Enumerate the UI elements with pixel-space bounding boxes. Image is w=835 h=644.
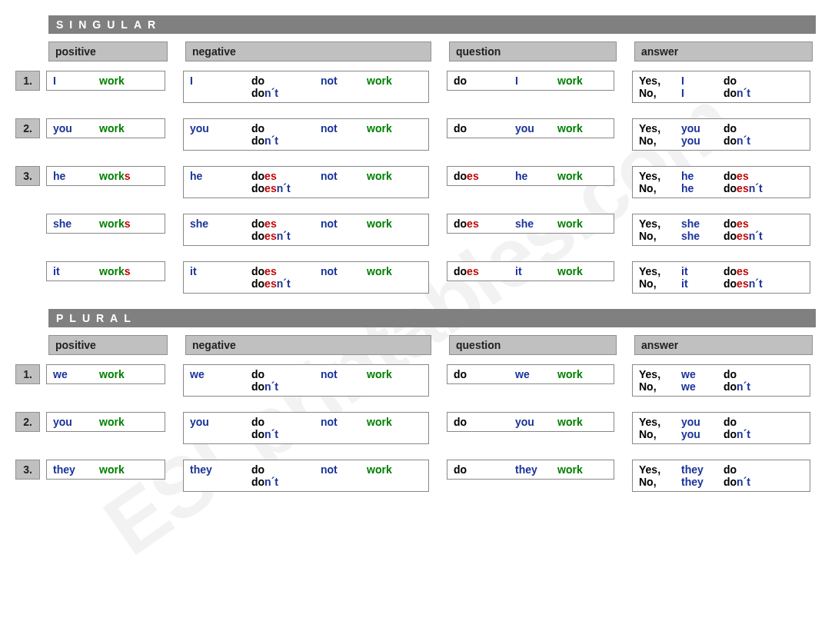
cell-answer: Yes,IdoNo,Idon´t [632,71,810,103]
row-number: 1. [15,71,40,91]
cell-positive: theywork [46,460,165,480]
row-number: 2. [15,412,40,432]
auxiliary: do [251,122,321,134]
auxiliary: do [251,463,321,476]
not: not [321,463,367,476]
column-header-question: question [449,41,617,61]
pronoun: I [681,75,724,87]
verb: work [99,463,125,476]
verb: work [99,368,125,380]
cell-question: dowework [447,364,614,384]
pronoun: he [681,182,724,194]
verb: work [367,368,392,380]
column-headers: positivenegativequestionanswer [46,335,820,355]
cell-positive: youwork [46,118,165,138]
no-label: No, [639,428,681,440]
yes-aux: does [724,265,749,277]
cell-answer: Yes,wedoNo,wedon´t [632,364,810,397]
column-header-question: question [449,335,617,355]
cell-answer: Yes,hedoesNo,hedoesn´t [632,166,810,198]
no-label: No, [639,87,681,99]
no-label: No, [639,476,681,488]
no-label: No, [639,380,681,393]
pronoun: she [515,217,557,230]
column-header-negative: negative [185,41,431,61]
not: not [321,217,367,230]
yes-label: Yes, [639,122,681,134]
pronoun: she [681,230,724,242]
contraction: doesn´t [251,277,321,290]
not: not [321,265,367,277]
no-aux: don´t [724,134,750,147]
no-aux: don´t [724,87,750,99]
verb: work [557,75,583,87]
verb: works [99,170,130,182]
auxiliary: do [454,463,515,476]
column-header-answer: answer [634,41,813,61]
column-header-positive: positive [48,41,168,61]
yes-aux: does [724,170,749,182]
pronoun: we [190,368,251,380]
contraction: doesn´t [251,182,321,194]
auxiliary: do [251,75,321,87]
pronoun: you [681,122,724,134]
grammar-row: 2.youworkyoudonotworkdon´tdoyouworkYes,y… [15,118,820,151]
yes-label: Yes, [639,416,681,428]
verb: work [557,368,583,380]
cell-question: doyouwork [447,118,614,138]
pronoun: she [681,217,724,230]
pronoun: you [190,122,251,134]
cell-question: doeshework [447,166,614,186]
grammar-row: 1.weworkwedonotworkdon´tdoweworkYes,wedo… [15,364,820,397]
not: not [321,75,367,87]
verb: work [99,75,125,87]
verb: work [557,122,583,134]
pronoun: you [681,428,724,440]
no-label: No, [639,230,681,242]
section-title: SINGULAR [48,15,816,34]
column-header-answer: answer [634,335,813,355]
grammar-row: itworksitdoesnotworkdoesn´tdoesitworkYes… [15,261,820,294]
yes-label: Yes, [639,217,681,230]
pronoun: you [53,122,99,134]
cell-positive: wework [46,364,165,384]
pronoun: it [681,265,724,277]
row-number [15,214,40,234]
contraction: don´t [251,87,321,99]
pronoun: we [681,368,724,380]
yes-aux: do [724,75,737,87]
yes-label: Yes, [639,265,681,277]
cell-negative: youdonotworkdon´t [183,118,429,151]
not: not [321,416,367,428]
row-number: 3. [15,166,40,186]
verb: work [367,217,392,230]
verb: work [367,463,392,476]
pronoun: you [190,416,251,428]
pronoun: you [515,122,557,134]
cell-answer: Yes,shedoesNo,shedoesn´t [632,214,810,246]
grammar-row: 1.IworkIdonotworkdon´tdoIworkYes,IdoNo,I… [15,71,820,103]
pronoun: they [681,463,724,476]
cell-answer: Yes,youdoNo,youdon´t [632,118,810,151]
yes-aux: does [724,217,749,230]
no-aux: doesn´t [724,277,763,290]
pronoun: they [515,463,557,476]
auxiliary: do [454,122,515,134]
row-number [15,261,40,281]
not: not [321,122,367,134]
auxiliary: do [251,368,321,380]
contraction: don´t [251,476,321,488]
cell-answer: Yes,itdoesNo,itdoesn´t [632,261,810,294]
verb: work [367,170,392,182]
yes-aux: do [724,368,737,380]
cell-question: doyouwork [447,412,614,432]
auxiliary: do [454,75,515,87]
auxiliary: do [251,416,321,428]
cell-positive: youwork [46,412,165,432]
auxiliary: does [251,265,321,277]
verb: works [99,217,130,230]
row-number: 2. [15,118,40,138]
pronoun: they [53,463,99,476]
pronoun: we [681,380,724,393]
no-label: No, [639,134,681,147]
